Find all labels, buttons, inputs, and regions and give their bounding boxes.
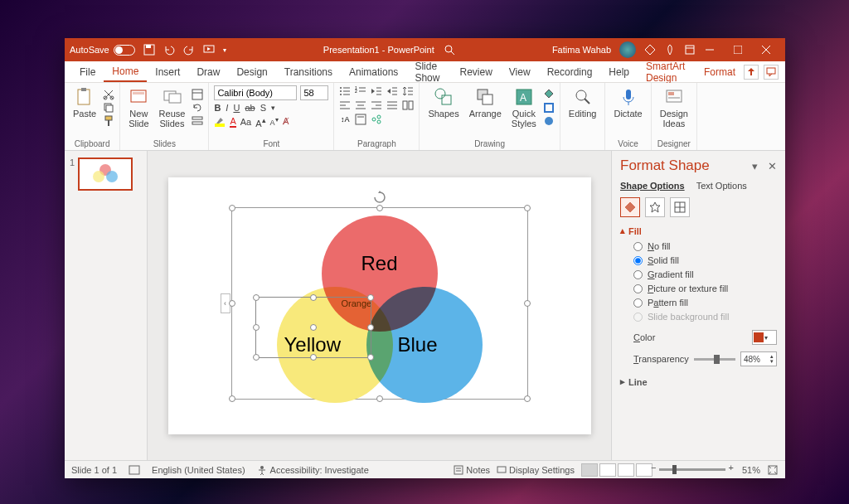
slideshow-icon[interactable] <box>203 44 215 56</box>
clear-format-button[interactable]: A̸ <box>283 116 289 127</box>
notes-button[interactable]: Notes <box>454 465 490 475</box>
justify-icon[interactable] <box>386 99 398 111</box>
fill-color-picker[interactable]: ▾ <box>752 330 777 345</box>
strikethrough-button[interactable]: ab <box>245 103 255 113</box>
close-button[interactable] <box>752 38 780 61</box>
section-icon[interactable] <box>192 115 203 127</box>
tab-review[interactable]: Review <box>451 63 500 81</box>
smartart-convert-icon[interactable] <box>371 114 382 125</box>
zoom-level[interactable]: 51% <box>742 465 760 475</box>
text-direction-icon[interactable]: ↕A <box>339 114 351 125</box>
status-slide-num[interactable]: Slide 1 of 1 <box>71 465 117 475</box>
dictate-button[interactable]: Dictate <box>610 85 645 120</box>
label-red[interactable]: Red <box>361 252 398 275</box>
fill-line-category[interactable] <box>620 197 640 217</box>
align-center-icon[interactable] <box>355 99 366 111</box>
font-name-select[interactable] <box>214 85 297 100</box>
shape-effects-icon[interactable] <box>543 115 555 127</box>
cut-icon[interactable] <box>103 89 114 100</box>
grow-font-button[interactable]: A▴ <box>255 115 265 128</box>
autosave-toggle[interactable]: AutoSave <box>70 45 135 56</box>
design-ideas-button[interactable]: Design Ideas <box>657 85 691 130</box>
ribbon-display-icon[interactable] <box>684 44 696 56</box>
new-slide-button[interactable]: New Slide <box>125 85 152 130</box>
autosave-switch[interactable] <box>114 45 135 56</box>
slide-canvas[interactable]: ‹ Red Yellow Blue <box>168 177 591 434</box>
quick-styles-button[interactable]: A Quick Styles <box>508 85 540 130</box>
section-fill[interactable]: ▴Fill <box>620 225 777 236</box>
line-spacing-icon[interactable] <box>402 85 414 97</box>
numbering-icon[interactable]: 12 <box>355 85 366 97</box>
highlight-icon[interactable] <box>214 116 226 128</box>
transparency-slider[interactable] <box>694 358 735 361</box>
size-category[interactable] <box>670 197 690 217</box>
reading-view-button[interactable] <box>618 463 634 477</box>
zoom-slider[interactable] <box>659 468 725 471</box>
save-icon[interactable] <box>143 44 155 56</box>
radio-solid-fill[interactable]: Solid fill <box>633 255 777 265</box>
align-left-icon[interactable] <box>339 99 351 111</box>
tab-design[interactable]: Design <box>228 63 275 81</box>
tab-shape-options[interactable]: Shape Options <box>620 181 685 191</box>
shadow-button[interactable]: S <box>260 103 266 113</box>
align-right-icon[interactable] <box>371 99 382 111</box>
align-text-icon[interactable] <box>355 114 366 125</box>
tab-transitions[interactable]: Transitions <box>276 63 341 81</box>
share-button[interactable] <box>744 65 759 80</box>
reset-icon[interactable] <box>192 102 203 114</box>
undo-icon[interactable] <box>163 44 175 56</box>
paste-button[interactable]: Paste <box>70 85 99 120</box>
pane-close-button[interactable]: ✕ <box>768 160 777 172</box>
change-case-button[interactable]: Aa <box>240 117 251 127</box>
sorter-view-button[interactable] <box>599 463 616 477</box>
tab-help[interactable]: Help <box>600 63 638 81</box>
slideshow-view-button[interactable] <box>636 463 653 477</box>
tab-recording[interactable]: Recording <box>539 63 601 81</box>
section-line[interactable]: ▸Line <box>620 376 777 387</box>
format-painter-icon[interactable] <box>103 115 114 127</box>
indent-inc-icon[interactable] <box>386 85 398 97</box>
layout-icon[interactable] <box>192 89 203 100</box>
rocket-icon[interactable] <box>664 44 676 56</box>
radio-gradient-fill[interactable]: Gradient fill <box>633 269 777 279</box>
arrange-button[interactable]: Arrange <box>466 85 505 120</box>
radio-picture-fill[interactable]: Picture or texture fill <box>633 284 777 293</box>
thumbnail-1[interactable]: 1 <box>70 158 142 191</box>
radio-no-fill[interactable]: No fill <box>633 241 777 251</box>
shape-fill-icon[interactable] <box>543 89 555 100</box>
maximize-button[interactable] <box>724 38 752 61</box>
avatar[interactable] <box>619 41 636 58</box>
accessibility-status[interactable]: Accessibility: Investigate <box>257 465 369 475</box>
font-color-icon[interactable]: A <box>230 116 235 128</box>
bold-button[interactable]: B <box>214 103 221 113</box>
shapes-button[interactable]: Shapes <box>424 85 462 120</box>
user-name[interactable]: Fatima Wahab <box>552 45 611 55</box>
spellcheck-icon[interactable] <box>129 464 140 476</box>
search-icon[interactable] <box>444 45 455 56</box>
tab-draw[interactable]: Draw <box>188 63 228 81</box>
fit-to-window-button[interactable] <box>767 464 779 476</box>
minimize-button[interactable] <box>696 38 724 61</box>
underline-button[interactable]: U <box>233 103 240 113</box>
tab-format[interactable]: Format <box>696 63 744 81</box>
indent-dec-icon[interactable] <box>371 85 382 97</box>
comments-button[interactable] <box>764 65 779 80</box>
diamond-icon[interactable] <box>644 44 656 56</box>
rotate-handle[interactable] <box>373 191 386 204</box>
copy-icon[interactable] <box>103 102 114 114</box>
slide-editor[interactable]: ‹ Red Yellow Blue <box>148 151 611 460</box>
effects-category[interactable] <box>645 197 665 217</box>
italic-button[interactable]: I <box>226 103 228 113</box>
tab-insert[interactable]: Insert <box>147 63 188 81</box>
shrink-font-button[interactable]: A▾ <box>270 116 279 127</box>
tab-view[interactable]: View <box>501 63 539 81</box>
shape-selection[interactable] <box>255 297 371 358</box>
pane-options-icon[interactable]: ▾ <box>752 160 758 172</box>
shape-outline-icon[interactable] <box>543 102 555 114</box>
tab-home[interactable]: Home <box>104 62 147 82</box>
transparency-value[interactable]: 48%▴▾ <box>740 351 777 366</box>
display-settings-button[interactable]: Display Settings <box>497 465 575 475</box>
bullets-icon[interactable] <box>339 85 351 97</box>
editing-button[interactable]: Editing <box>565 85 600 120</box>
label-blue[interactable]: Blue <box>398 333 438 356</box>
